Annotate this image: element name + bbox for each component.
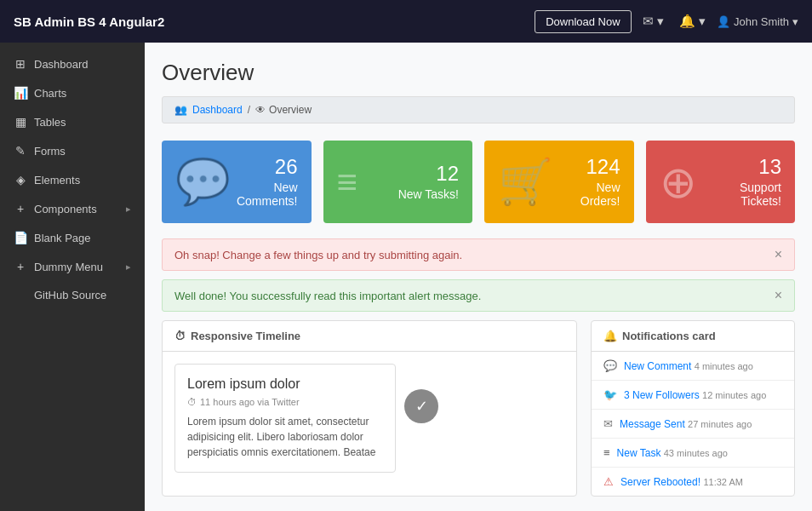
stat-label: New Comments! [231,181,298,208]
clock-small-icon: ⏱ [187,397,197,407]
alert-success: Well done! You successfully read this im… [162,279,795,312]
stat-number: 124 [553,157,620,177]
sidebar-item-forms[interactable]: ✎ Forms [0,136,145,165]
timeline-card-wrapper: Lorem ipsum dolor ⏱ 11 hours ago via Twi… [174,364,396,473]
notification-item: 💬 New Comment 4 minutes ago [592,352,794,381]
clock-icon: ⏱ [174,330,186,342]
main-content: Overview 👥 Dashboard / 👁 Overview 💬 26 N… [145,43,812,511]
notifications-list: 💬 New Comment 4 minutes ago 🐦 3 New Foll… [592,352,794,496]
table-icon: ▦ [14,115,27,129]
timeline-card-body: Lorem ipsum dolor sit amet, consectetur … [187,414,383,460]
stat-number: 26 [231,157,298,177]
sidebar-item-label: Components [34,203,119,215]
stat-card-orders: 🛒 124 New Orders! [484,141,634,223]
sidebar-item-dummy-menu[interactable]: + Dummy Menu ▸ [0,252,145,281]
notif-time: 27 minutes ago [688,419,752,429]
stat-number: 12 [398,164,459,184]
mail-icon[interactable]: ✉ ▾ [638,9,668,33]
task-notif-icon: ≡ [603,446,610,459]
orders-icon: 🛒 [498,156,553,208]
sidebar-item-blank-page[interactable]: 📄 Blank Page [0,223,145,252]
stat-card-tickets: ⊕ 13 Support Tickets! [646,141,796,223]
breadcrumb-current: 👁 Overview [255,104,312,116]
notification-item: ≡ New Task 43 minutes ago [592,439,794,468]
new-task-link[interactable]: New Task [617,447,661,459]
alert-danger-close[interactable]: × [775,248,782,261]
timeline-panel-heading: ⏱ Responsive Timeline [163,321,576,352]
sidebar-item-dashboard[interactable]: ⊞ Dashboard [0,49,145,78]
chevron-down-icon: ▾ [792,15,798,28]
sidebar-item-label: Dummy Menu [34,261,119,273]
sidebar-item-github-source[interactable]: GitHub Source [0,281,145,309]
chevron-right-icon: ▸ [126,261,131,273]
notif-time: 43 minutes ago [664,448,728,458]
app-brand: SB Admin BS 4 Angular2 [14,14,164,29]
timeline-card-meta: ⏱ 11 hours ago via Twitter [187,397,383,407]
breadcrumb-parent-link[interactable]: Dashboard [192,104,243,116]
notifications-heading-label: Notifications card [622,330,716,342]
sidebar-item-label: Tables [34,116,131,129]
navbar: SB Admin BS 4 Angular2 Download Now ✉ ▾ … [0,0,812,43]
mail-notif-icon: ✉ [603,417,613,430]
stat-card-text: 26 New Comments! [231,157,298,208]
twitter-notif-icon: 🐦 [603,388,617,401]
layout: ⊞ Dashboard 📊 Charts ▦ Tables ✎ Forms ◈ … [0,43,812,511]
sidebar-item-label: Charts [34,87,131,100]
timeline-card-title: Lorem ipsum dolor [187,376,383,392]
sidebar-item-label: GitHub Source [34,289,131,301]
page-icon: 📄 [14,231,27,244]
sidebar: ⊞ Dashboard 📊 Charts ▦ Tables ✎ Forms ◈ … [0,43,145,511]
comment-notif-icon: 💬 [603,359,617,372]
stat-label: New Orders! [553,181,620,208]
user-menu[interactable]: 👤 John Smith ▾ [717,15,798,28]
chevron-right-icon: ▸ [126,204,131,215]
dashboard-breadcrumb-icon: 👥 [174,104,187,116]
notification-item: ✉ Message Sent 27 minutes ago [592,410,794,439]
message-sent-link[interactable]: Message Sent [620,418,685,430]
timeline-card: Lorem ipsum dolor ⏱ 11 hours ago via Twi… [174,364,396,473]
stat-card-text: 124 New Orders! [553,157,620,208]
tickets-icon: ⊕ [660,157,697,208]
alert-danger: Oh snap! Change a few things up and try … [162,238,795,271]
alert-danger-text: Oh snap! Change a few things up and try … [174,249,462,261]
notification-item: 🐦 3 New Followers 12 minutes ago [592,381,794,410]
server-rebooted-link[interactable]: Server Rebooted! [620,476,700,488]
bell-panel-icon: 🔔 [603,330,617,342]
download-button[interactable]: Download Now [535,10,631,33]
sidebar-item-elements[interactable]: ◈ Elements [0,165,145,194]
sidebar-item-label: Dashboard [34,58,131,71]
notification-item: ⚠ Server Rebooted! 11:32 AM [592,468,794,496]
comments-icon: 💬 [175,156,231,208]
bell-icon[interactable]: 🔔 ▾ [675,9,710,33]
stat-card-text: 12 New Tasks! [398,164,459,201]
timeline-meta-text: 11 hours ago via Twitter [200,397,300,407]
sidebar-item-components[interactable]: + Components ▸ [0,194,145,223]
new-comment-link[interactable]: New Comment [624,360,691,372]
navbar-right: Download Now ✉ ▾ 🔔 ▾ 👤 John Smith ▾ [535,9,798,33]
sidebar-item-label: Elements [34,174,131,187]
server-notif-icon: ⚠ [603,475,614,488]
page-title: Overview [162,60,795,86]
sidebar-item-charts[interactable]: 📊 Charts [0,78,145,107]
stat-card-comments: 💬 26 New Comments! [162,141,312,223]
sidebar-item-label: Forms [34,145,131,158]
stat-label: New Tasks! [398,187,459,201]
stat-number: 13 [697,157,782,177]
timeline-heading-label: Responsive Timeline [191,330,300,342]
alert-success-close[interactable]: × [775,289,782,302]
stat-card-tasks: ≡ 12 New Tasks! [323,141,473,223]
tasks-icon: ≡ [337,162,358,203]
dashboard-icon: ⊞ [14,57,27,71]
plus-icon: + [14,202,27,215]
user-name: John Smith [734,15,789,28]
forms-icon: ✎ [14,144,27,158]
notif-time: 11:32 AM [703,477,742,487]
timeline-check-icon: ✓ [404,389,438,423]
timeline-panel-body: Lorem ipsum dolor ⏱ 11 hours ago via Twi… [163,352,576,485]
eye-icon: 👁 [255,104,266,116]
stat-cards: 💬 26 New Comments! ≡ 12 New Tasks! 🛒 124… [162,141,795,223]
notif-time: 4 minutes ago [695,361,753,371]
sidebar-item-tables[interactable]: ▦ Tables [0,107,145,136]
followers-link[interactable]: 3 New Followers [624,389,700,401]
alert-success-text: Well done! You successfully read this im… [174,290,481,302]
